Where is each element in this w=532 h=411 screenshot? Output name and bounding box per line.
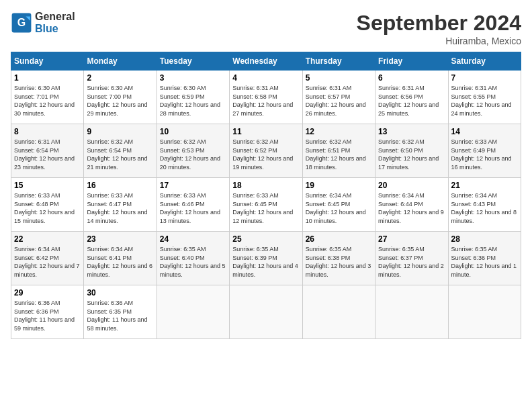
day-info: Sunrise: 6:36 AMSunset: 6:35 PMDaylight:… [87,300,147,332]
calendar-cell: 16Sunrise: 6:33 AMSunset: 6:47 PMDayligh… [84,178,157,232]
month-title: September 2024 [357,11,521,36]
calendar-cell: 27Sunrise: 6:35 AMSunset: 6:37 PMDayligh… [375,232,448,285]
day-number: 12 [306,127,372,136]
page-header: G GeneralBlue September 2024 Huiramba, M… [11,11,521,46]
calendar-cell [157,285,229,339]
day-info: Sunrise: 6:31 AMSunset: 6:57 PMDaylight:… [306,85,366,117]
day-info: Sunrise: 6:30 AMSunset: 7:00 PMDaylight:… [87,85,147,117]
calendar-cell: 5Sunrise: 6:31 AMSunset: 6:57 PMDaylight… [302,71,375,124]
day-number: 19 [306,181,372,190]
day-info: Sunrise: 6:34 AMSunset: 6:44 PMDaylight:… [378,192,444,224]
day-number: 22 [14,234,81,244]
day-info: Sunrise: 6:33 AMSunset: 6:46 PMDaylight:… [160,192,220,224]
calendar-cell: 3Sunrise: 6:30 AMSunset: 6:59 PMDaylight… [157,71,229,124]
logo-text: GeneralBlue [35,11,75,35]
day-number: 25 [232,234,299,244]
calendar-cell: 15Sunrise: 6:33 AMSunset: 6:48 PMDayligh… [11,178,84,232]
logo-icon: G [11,12,32,34]
calendar-cell [302,285,375,339]
day-number: 4 [232,73,299,83]
day-number: 15 [14,181,81,190]
calendar-cell: 25Sunrise: 6:35 AMSunset: 6:39 PMDayligh… [230,232,302,285]
calendar-cell: 8Sunrise: 6:31 AMSunset: 6:54 PMDaylight… [11,124,84,178]
logo: G GeneralBlue [11,11,75,35]
col-header-sunday: Sunday [11,52,84,71]
day-info: Sunrise: 6:33 AMSunset: 6:47 PMDaylight:… [87,192,147,224]
day-info: Sunrise: 6:35 AMSunset: 6:39 PMDaylight:… [232,246,298,278]
calendar-cell: 17Sunrise: 6:33 AMSunset: 6:46 PMDayligh… [157,178,229,232]
calendar-cell: 13Sunrise: 6:32 AMSunset: 6:50 PMDayligh… [375,124,448,178]
day-info: Sunrise: 6:32 AMSunset: 6:52 PMDaylight:… [232,138,293,171]
calendar-header-row: SundayMondayTuesdayWednesdayThursdayFrid… [11,52,521,71]
col-header-wednesday: Wednesday [230,52,302,71]
week-row-3: 15Sunrise: 6:33 AMSunset: 6:48 PMDayligh… [11,178,521,232]
calendar-cell: 19Sunrise: 6:34 AMSunset: 6:45 PMDayligh… [302,178,375,232]
day-number: 21 [451,181,518,190]
calendar-cell: 12Sunrise: 6:32 AMSunset: 6:51 PMDayligh… [302,124,375,178]
day-info: Sunrise: 6:36 AMSunset: 6:36 PMDaylight:… [14,300,75,332]
day-number: 9 [87,127,153,136]
day-number: 24 [160,234,226,244]
calendar-cell: 22Sunrise: 6:34 AMSunset: 6:42 PMDayligh… [11,232,84,285]
day-number: 5 [306,73,372,83]
calendar-cell: 26Sunrise: 6:35 AMSunset: 6:38 PMDayligh… [302,232,375,285]
day-info: Sunrise: 6:33 AMSunset: 6:45 PMDaylight:… [232,192,293,224]
calendar-cell: 10Sunrise: 6:32 AMSunset: 6:53 PMDayligh… [157,124,229,178]
calendar-cell: 11Sunrise: 6:32 AMSunset: 6:52 PMDayligh… [230,124,302,178]
day-info: Sunrise: 6:30 AMSunset: 6:59 PMDaylight:… [160,85,220,117]
day-info: Sunrise: 6:35 AMSunset: 6:38 PMDaylight:… [306,246,371,278]
calendar-cell: 23Sunrise: 6:34 AMSunset: 6:41 PMDayligh… [84,232,157,285]
week-row-2: 8Sunrise: 6:31 AMSunset: 6:54 PMDaylight… [11,124,521,178]
calendar-cell: 28Sunrise: 6:35 AMSunset: 6:36 PMDayligh… [448,232,521,285]
col-header-friday: Friday [375,52,448,71]
calendar-cell: 24Sunrise: 6:35 AMSunset: 6:40 PMDayligh… [157,232,229,285]
calendar-cell: 1Sunrise: 6:30 AMSunset: 7:01 PMDaylight… [11,71,84,124]
day-info: Sunrise: 6:32 AMSunset: 6:50 PMDaylight:… [378,138,439,171]
calendar-cell: 21Sunrise: 6:34 AMSunset: 6:43 PMDayligh… [448,178,521,232]
day-info: Sunrise: 6:31 AMSunset: 6:58 PMDaylight:… [232,85,293,117]
day-number: 20 [378,181,445,190]
day-number: 3 [160,73,226,83]
day-info: Sunrise: 6:34 AMSunset: 6:45 PMDaylight:… [306,192,366,224]
svg-text:G: G [17,17,26,28]
day-info: Sunrise: 6:31 AMSunset: 6:56 PMDaylight:… [378,85,439,117]
day-number: 26 [306,234,372,244]
title-area: September 2024 Huiramba, Mexico [357,11,521,46]
calendar-body: 1Sunrise: 6:30 AMSunset: 7:01 PMDaylight… [11,71,521,339]
week-row-5: 29Sunrise: 6:36 AMSunset: 6:36 PMDayligh… [11,285,521,339]
day-info: Sunrise: 6:33 AMSunset: 6:49 PMDaylight:… [451,138,512,171]
day-number: 2 [87,73,153,83]
day-number: 10 [160,127,226,136]
day-info: Sunrise: 6:31 AMSunset: 6:54 PMDaylight:… [14,138,75,171]
col-header-saturday: Saturday [448,52,521,71]
day-number: 1 [14,73,81,83]
calendar-cell: 20Sunrise: 6:34 AMSunset: 6:44 PMDayligh… [375,178,448,232]
day-number: 14 [451,127,518,136]
calendar-cell: 4Sunrise: 6:31 AMSunset: 6:58 PMDaylight… [230,71,302,124]
calendar-cell: 6Sunrise: 6:31 AMSunset: 6:56 PMDaylight… [375,71,448,124]
day-number: 11 [232,127,299,136]
calendar-cell [448,285,521,339]
col-header-tuesday: Tuesday [157,52,229,71]
day-info: Sunrise: 6:33 AMSunset: 6:48 PMDaylight:… [14,192,75,224]
day-number: 13 [378,127,445,136]
day-info: Sunrise: 6:35 AMSunset: 6:36 PMDaylight:… [451,246,517,278]
day-number: 28 [451,234,518,244]
day-info: Sunrise: 6:35 AMSunset: 6:40 PMDaylight:… [160,246,226,278]
week-row-1: 1Sunrise: 6:30 AMSunset: 7:01 PMDaylight… [11,71,521,124]
day-number: 8 [14,127,81,136]
calendar-cell [375,285,448,339]
col-header-thursday: Thursday [302,52,375,71]
day-number: 6 [378,73,445,83]
calendar-cell: 29Sunrise: 6:36 AMSunset: 6:36 PMDayligh… [11,285,84,339]
day-number: 18 [232,181,299,190]
location: Huiramba, Mexico [357,36,521,46]
week-row-4: 22Sunrise: 6:34 AMSunset: 6:42 PMDayligh… [11,232,521,285]
calendar-cell: 30Sunrise: 6:36 AMSunset: 6:35 PMDayligh… [84,285,157,339]
col-header-monday: Monday [84,52,157,71]
day-number: 23 [87,234,153,244]
day-info: Sunrise: 6:32 AMSunset: 6:54 PMDaylight:… [87,138,147,171]
day-number: 29 [14,288,81,298]
calendar-cell: 18Sunrise: 6:33 AMSunset: 6:45 PMDayligh… [230,178,302,232]
calendar-cell: 7Sunrise: 6:31 AMSunset: 6:55 PMDaylight… [448,71,521,124]
